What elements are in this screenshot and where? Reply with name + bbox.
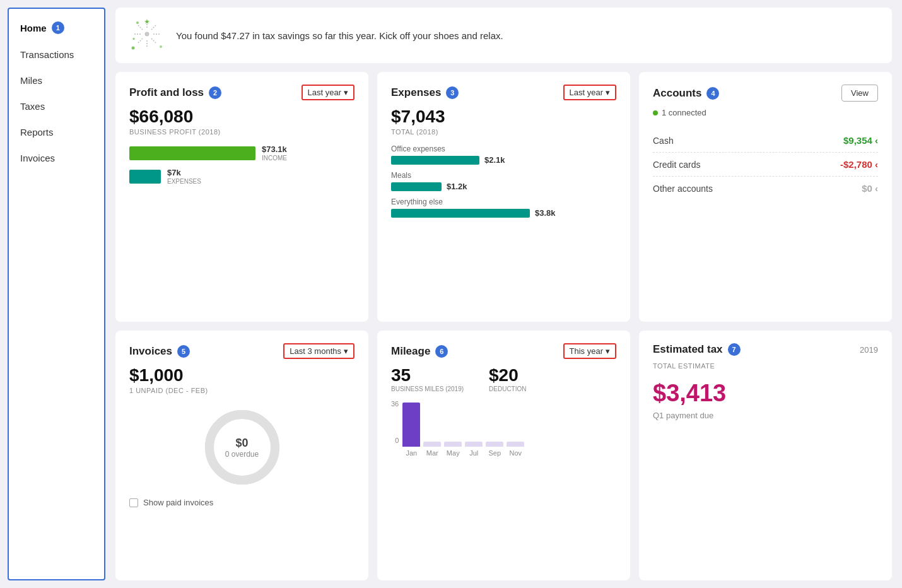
chart-bar-sep: Sep — [486, 442, 503, 457]
sidebar-item-reports[interactable]: Reports — [9, 119, 104, 145]
sidebar-item-taxes[interactable]: Taxes — [9, 93, 104, 119]
accounts-title-group: Accounts 4 — [653, 87, 719, 100]
bar-jul — [465, 442, 483, 447]
accounts-badge: 4 — [706, 87, 719, 100]
donut-container: $0 0 overdue — [129, 403, 354, 491]
account-row-credit: Credit cards -$2,780 ‹ — [653, 153, 878, 177]
expense-row-2: Everything else $3.8k — [391, 197, 616, 218]
profit-loss-card: Profit and loss 2 Last year ▾ $66,080 BU… — [115, 72, 368, 322]
sidebar-item-label: Taxes — [20, 101, 45, 112]
mileage-miles-block: 35 BUSINESS MILES (2019) — [391, 365, 464, 392]
svg-point-11 — [132, 47, 135, 50]
bar-nov — [507, 442, 524, 447]
tax-title-group: Estimated tax 7 — [653, 343, 741, 356]
mileage-period-select[interactable]: This year ▾ — [563, 343, 616, 359]
sidebar-item-transactions[interactable]: Transactions — [9, 42, 104, 68]
expenses-bar-row: $7k EXPENSES — [129, 168, 354, 185]
invoices-title-group: Invoices 5 — [129, 345, 190, 358]
account-value-other: $0 ‹ — [862, 183, 878, 194]
donut-center: $0 0 overdue — [225, 437, 259, 459]
invoices-badge: 5 — [177, 345, 190, 358]
show-paid-label: Show paid invoices — [143, 498, 213, 507]
expense-row-1: Meals $1.2k — [391, 171, 616, 191]
mileage-title-group: Mileage 6 — [391, 345, 448, 358]
invoices-title: Invoices — [129, 345, 172, 358]
tax-header: Estimated tax 7 2019 — [653, 343, 878, 356]
mileage-header: Mileage 6 This year ▾ — [391, 343, 616, 359]
donut-sublabel: 0 overdue — [225, 450, 259, 459]
expenses-title: Expenses — [391, 86, 441, 99]
accounts-view-button[interactable]: View — [841, 85, 878, 102]
sidebar-item-label: Invoices — [20, 153, 55, 163]
income-label: INCOME — [262, 155, 287, 162]
profit-loss-header: Profit and loss 2 Last year ▾ — [129, 85, 354, 100]
show-paid-row: Show paid invoices — [129, 498, 354, 507]
expenses-header: Expenses 3 Last year ▾ — [391, 85, 616, 100]
dashboard-grid: Profit and loss 2 Last year ▾ $66,080 BU… — [115, 72, 892, 580]
chevron-down-icon: ▾ — [606, 88, 610, 97]
profit-loss-period-select[interactable]: Last year ▾ — [302, 85, 354, 100]
invoices-period-select[interactable]: Last 3 months ▾ — [283, 343, 354, 359]
invoices-sub-label: 1 UNPAID (Dec - Feb) — [129, 387, 354, 394]
expenses-sub-label: TOTAL (2018) — [391, 128, 616, 136]
estimated-tax-card: Estimated tax 7 2019 TOTAL ESTIMATE $3,4… — [639, 331, 892, 580]
account-label-other: Other accounts — [653, 184, 713, 194]
chart-bar-jul: Jul — [465, 442, 483, 457]
tax-amount: $3,413 — [653, 380, 878, 407]
bar-jan — [402, 403, 420, 447]
account-label-cash: Cash — [653, 136, 674, 146]
main-content: You found $47.27 in tax savings so far t… — [105, 0, 902, 588]
chevron-down-icon: ▾ — [344, 346, 348, 356]
expense-bar-1 — [391, 182, 442, 191]
mileage-miles: 35 — [391, 365, 464, 385]
account-row-other: Other accounts $0 ‹ — [653, 177, 878, 200]
mileage-numbers: 35 BUSINESS MILES (2019) $20 DEDUCTION — [391, 365, 616, 392]
accounts-title: Accounts — [653, 87, 701, 100]
chart-y-bottom: 0 — [395, 437, 399, 444]
expenses-bar — [129, 170, 161, 184]
firework-icon — [128, 16, 166, 54]
mileage-title: Mileage — [391, 345, 430, 358]
expenses-title-group: Expenses 3 — [391, 86, 459, 99]
sidebar-item-home[interactable]: Home 1 — [9, 14, 104, 42]
total-estimate-label: TOTAL ESTIMATE — [653, 362, 878, 370]
expenses-period-select[interactable]: Last year ▾ — [563, 85, 616, 100]
mileage-badge: 6 — [435, 345, 448, 358]
connected-status: 1 connected — [653, 108, 878, 117]
show-paid-checkbox[interactable] — [129, 498, 138, 507]
account-row-cash: Cash $9,354 ‹ — [653, 129, 878, 153]
bar-sep — [486, 442, 503, 447]
sidebar-item-label: Miles — [20, 75, 42, 86]
tax-year: 2019 — [860, 345, 878, 355]
sidebar: Home 1 Transactions Miles Taxes Reports … — [8, 8, 105, 580]
accounts-header: Accounts 4 View — [653, 85, 878, 102]
connected-text: 1 connected — [662, 108, 706, 117]
svg-marker-9 — [144, 19, 149, 24]
profit-loss-title: Profit and loss — [129, 86, 204, 99]
header-banner: You found $47.27 in tax savings so far t… — [115, 8, 892, 63]
mileage-chart: 36 0 Jan Mar — [391, 400, 616, 457]
chart-bar-mar: Mar — [423, 442, 441, 457]
income-value: $73.1k — [262, 144, 287, 154]
expense-row-0: Office expenses $2.1k — [391, 144, 616, 165]
mileage-miles-label: BUSINESS MILES (2019) — [391, 385, 464, 392]
chart-y-top: 36 — [391, 400, 399, 408]
chevron-down-icon: ▾ — [606, 346, 610, 356]
home-badge: 1 — [52, 21, 64, 34]
sidebar-item-label: Reports — [20, 127, 54, 138]
mileage-card: Mileage 6 This year ▾ 35 BUSINESS MILES … — [377, 331, 630, 580]
bar-may — [444, 442, 462, 447]
profit-loss-badge: 2 — [209, 86, 221, 99]
sidebar-item-invoices[interactable]: Invoices — [9, 145, 104, 171]
svg-point-0 — [145, 32, 149, 36]
account-value-credit: -$2,780 ‹ — [840, 159, 878, 170]
donut-amount: $0 — [225, 437, 259, 450]
chart-bar-nov: Nov — [507, 442, 524, 457]
profit-loss-title-group: Profit and loss 2 — [129, 86, 221, 99]
sidebar-item-miles[interactable]: Miles — [9, 68, 104, 93]
chart-bar-jan: Jan — [402, 403, 420, 457]
tax-title: Estimated tax — [653, 343, 723, 356]
chevron-down-icon: ▾ — [344, 88, 348, 97]
svg-line-8 — [138, 38, 143, 43]
invoices-big-number: $1,000 — [129, 365, 354, 385]
